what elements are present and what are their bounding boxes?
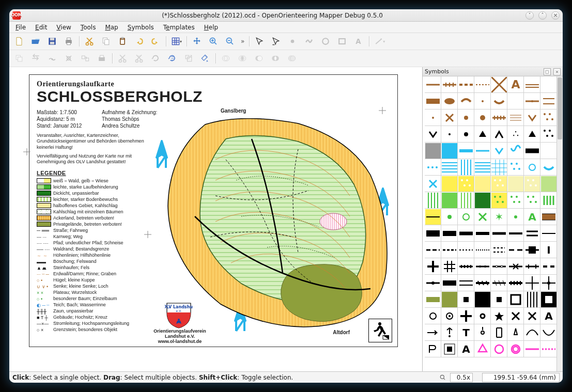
symbol-cell[interactable] <box>540 76 557 93</box>
paste-button[interactable] <box>115 34 130 49</box>
symbol-cell[interactable] <box>474 109 491 126</box>
symbol-cell[interactable] <box>540 209 557 225</box>
symbol-cell[interactable] <box>524 225 540 242</box>
symbol-cell[interactable] <box>524 176 540 192</box>
symbol-cell[interactable] <box>441 324 458 341</box>
symbol-cell[interactable] <box>458 109 474 126</box>
symbol-cell[interactable] <box>425 126 441 143</box>
undo-button[interactable] <box>131 34 147 49</box>
menu-edit[interactable]: Edit <box>31 23 51 32</box>
rotate-pattern-button[interactable] <box>164 51 180 66</box>
symbol-cell[interactable] <box>540 192 557 209</box>
symbol-cell[interactable] <box>540 143 557 159</box>
symbol-cell[interactable] <box>458 308 474 324</box>
symbol-cell[interactable]: I <box>540 242 557 258</box>
symbol-cell[interactable] <box>425 242 441 258</box>
bool-intersect-button[interactable] <box>235 51 250 66</box>
snap-button[interactable] <box>61 51 76 66</box>
map-canvas[interactable]: Orientierungslaufkarte SCHLOSSBERGHOLZ M… <box>9 67 422 371</box>
symbol-cell[interactable] <box>507 291 524 308</box>
menu-map[interactable]: Map <box>101 23 122 32</box>
symbol-cell[interactable] <box>491 143 507 159</box>
symbol-cell[interactable] <box>458 126 474 143</box>
symbol-cell[interactable] <box>507 242 524 258</box>
symbol-cell[interactable] <box>524 143 540 159</box>
symbol-cell[interactable] <box>441 308 458 324</box>
symbol-cell[interactable] <box>474 143 491 159</box>
symbol-cell[interactable] <box>425 308 441 324</box>
zoom-out-button[interactable] <box>222 34 238 49</box>
symbol-cell[interactable] <box>458 225 474 242</box>
symbol-cell[interactable] <box>474 291 491 308</box>
edit-tool[interactable] <box>268 34 284 49</box>
symbol-cell[interactable] <box>540 225 557 242</box>
symbol-cell[interactable] <box>458 176 474 192</box>
symbol-cell[interactable] <box>441 93 458 109</box>
symbol-cell[interactable] <box>474 258 491 275</box>
scale-button[interactable] <box>181 51 196 66</box>
symbol-cell[interactable] <box>507 159 524 176</box>
symbol-cell[interactable] <box>474 242 491 258</box>
switch-dir-button[interactable] <box>28 51 43 66</box>
symbol-cell[interactable] <box>458 159 474 176</box>
copy-button[interactable] <box>98 34 114 49</box>
symbol-cell[interactable] <box>507 109 524 126</box>
symbol-cell[interactable] <box>425 93 441 109</box>
symbol-cell[interactable] <box>540 341 557 357</box>
menu-tools[interactable]: Tools <box>76 23 100 32</box>
duplicate-button[interactable] <box>11 51 27 66</box>
symbol-cell[interactable] <box>540 275 557 291</box>
symbol-cell[interactable] <box>458 192 474 209</box>
symbols-grid[interactable]: A∴✶AIATA <box>423 76 563 371</box>
symbol-cell[interactable] <box>474 275 491 291</box>
symbol-cell[interactable] <box>524 109 540 126</box>
symbol-cell[interactable] <box>474 176 491 192</box>
symbol-cell[interactable] <box>458 275 474 291</box>
symbol-cell[interactable] <box>474 159 491 176</box>
symbol-cell[interactable] <box>491 192 507 209</box>
symbol-cell[interactable] <box>524 275 540 291</box>
menu-help[interactable]: Help <box>200 23 222 32</box>
symbol-cell[interactable] <box>540 291 557 308</box>
symbol-cell[interactable] <box>458 76 474 93</box>
symbol-cell[interactable] <box>458 93 474 109</box>
symbol-cell[interactable] <box>491 258 507 275</box>
symbol-cell[interactable] <box>524 76 540 93</box>
symbol-cell[interactable] <box>491 159 507 176</box>
symbol-cell[interactable] <box>507 209 524 225</box>
new-file-button[interactable] <box>11 34 27 49</box>
symbols-scrollbar[interactable] <box>556 76 563 371</box>
fill-button[interactable] <box>94 51 110 66</box>
symbol-cell[interactable] <box>540 324 557 341</box>
symbol-cell[interactable] <box>441 275 458 291</box>
save-file-button[interactable] <box>44 34 60 49</box>
symbol-cell[interactable] <box>474 341 491 357</box>
symbol-cell[interactable] <box>524 126 540 143</box>
symbol-cell[interactable] <box>524 159 540 176</box>
symbol-cell[interactable]: ∴ <box>507 126 524 143</box>
symbol-cell[interactable] <box>507 258 524 275</box>
symbol-cell[interactable] <box>474 324 491 341</box>
circle-tool[interactable] <box>318 34 333 49</box>
symbol-cell[interactable] <box>491 341 507 357</box>
symbol-cell[interactable] <box>491 275 507 291</box>
symbol-cell[interactable] <box>458 291 474 308</box>
symbol-cell[interactable] <box>491 291 507 308</box>
symbol-cell[interactable] <box>507 308 524 324</box>
bool-merge-button[interactable] <box>284 51 300 66</box>
symbol-cell[interactable] <box>524 242 540 258</box>
symbol-cell[interactable] <box>491 176 507 192</box>
symbol-cell[interactable] <box>540 159 557 176</box>
symbol-cell[interactable] <box>441 76 458 93</box>
symbol-cell[interactable] <box>441 176 458 192</box>
symbol-cell[interactable] <box>507 192 524 209</box>
symbol-cell[interactable] <box>524 341 540 357</box>
rect-tool[interactable] <box>334 34 350 49</box>
draw-line-tool[interactable]: ▾ <box>372 34 387 49</box>
panel-close-button[interactable]: × <box>553 68 561 75</box>
symbol-cell[interactable] <box>491 109 507 126</box>
symbol-cell[interactable] <box>441 242 458 258</box>
symbol-cell[interactable] <box>507 341 524 357</box>
connect-button[interactable] <box>44 51 60 66</box>
symbol-cell[interactable] <box>524 291 540 308</box>
